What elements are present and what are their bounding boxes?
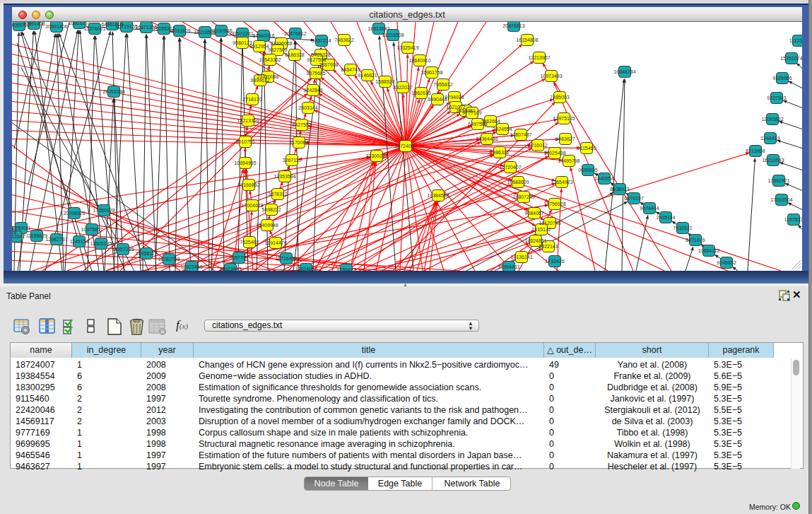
- svg-text:19384554: 19384554: [427, 193, 449, 198]
- svg-text:13654923: 13654923: [551, 180, 572, 185]
- svg-text:9827503: 9827503: [268, 47, 287, 52]
- svg-text:10654985: 10654985: [234, 160, 256, 165]
- svg-text:15720407: 15720407: [499, 165, 521, 170]
- svg-text:1167533: 1167533: [784, 217, 802, 222]
- svg-text:93572241: 93572241: [231, 31, 253, 36]
- svg-text:9329966: 9329966: [772, 76, 792, 81]
- svg-text:2803144: 2803144: [298, 105, 317, 110]
- svg-text:15751074: 15751074: [780, 56, 802, 61]
- svg-text:20876813: 20876813: [502, 23, 524, 28]
- svg-text:7463822: 7463822: [334, 37, 353, 42]
- svg-text:7955812: 7955812: [433, 82, 452, 87]
- svg-text:15409948: 15409948: [256, 223, 278, 228]
- svg-text:14136141: 14136141: [510, 255, 532, 259]
- svg-text:14495798: 14495798: [558, 158, 579, 163]
- svg-text:17004678: 17004678: [241, 203, 263, 208]
- svg-text:12923468: 12923468: [180, 264, 202, 269]
- svg-text:0699695: 0699695: [578, 168, 597, 173]
- svg-text:19166852: 19166852: [237, 182, 259, 187]
- svg-text:12353594: 12353594: [273, 174, 295, 179]
- svg-text:1440954: 1440954: [594, 176, 613, 181]
- svg-text:18640910: 18640910: [408, 58, 430, 63]
- svg-text:18313542: 18313542: [367, 26, 389, 31]
- svg-text:88130546: 88130546: [210, 28, 232, 33]
- svg-text:9913547: 9913547: [12, 234, 25, 239]
- svg-text:11156829: 11156829: [26, 233, 47, 238]
- svg-text:15716485: 15716485: [275, 256, 297, 261]
- svg-text:16033809: 16033809: [168, 28, 190, 33]
- svg-text:6216012: 6216012: [528, 143, 547, 148]
- svg-text:9084067: 9084067: [524, 211, 543, 216]
- svg-text:10025438: 10025438: [543, 151, 565, 156]
- svg-text:10853267: 10853267: [68, 22, 90, 25]
- svg-text:10958117: 10958117: [136, 251, 158, 256]
- svg-text:20206526: 20206526: [63, 211, 85, 216]
- svg-text:10688609: 10688609: [507, 180, 529, 185]
- svg-text:12975135: 12975135: [553, 116, 575, 121]
- svg-text:8938923: 8938923: [610, 187, 629, 192]
- svg-text:28053346: 28053346: [102, 89, 124, 94]
- svg-text:1615132: 1615132: [531, 227, 551, 232]
- svg-text:12505135: 12505135: [90, 241, 112, 246]
- svg-text:14524851: 14524851: [524, 238, 546, 243]
- svg-text:2718170: 2718170: [242, 97, 261, 102]
- svg-text:21364436: 21364436: [476, 136, 498, 141]
- svg-text:5461328: 5461328: [311, 52, 330, 57]
- svg-text:15276021: 15276021: [83, 26, 105, 31]
- svg-text:1112543: 1112543: [789, 38, 802, 43]
- svg-text:2935114: 2935114: [657, 215, 676, 220]
- svg-text:16782759: 16782759: [158, 257, 180, 262]
- svg-text:18724007: 18724007: [394, 144, 416, 148]
- svg-text:1733426: 1733426: [545, 259, 564, 264]
- svg-text:7986322: 7986322: [490, 150, 509, 155]
- svg-text:7485003: 7485003: [550, 95, 569, 100]
- svg-text:17957225: 17957225: [112, 247, 134, 252]
- svg-text:9245652: 9245652: [717, 260, 736, 265]
- svg-text:8427552: 8427552: [292, 122, 311, 127]
- svg-text:20691406: 20691406: [45, 24, 67, 29]
- svg-text:12942737: 12942737: [45, 237, 67, 242]
- svg-text:15756928: 15756928: [543, 201, 565, 206]
- svg-text:1145134: 1145134: [70, 239, 89, 244]
- svg-text:9146821: 9146821: [358, 73, 377, 78]
- svg-text:1588520: 1588520: [375, 79, 394, 84]
- svg-text:8322037: 8322037: [393, 85, 412, 90]
- svg-text:18807249: 18807249: [512, 194, 534, 199]
- svg-text:3878312: 3878312: [268, 192, 287, 197]
- svg-text:9674444: 9674444: [640, 206, 659, 211]
- svg-text:16120746: 16120746: [539, 221, 560, 226]
- svg-text:8186328: 8186328: [285, 52, 304, 57]
- svg-text:12213369: 12213369: [237, 118, 259, 123]
- svg-text:10975857: 10975857: [81, 227, 102, 232]
- svg-text:3267110: 3267110: [283, 158, 302, 163]
- svg-text:12213967: 12213967: [528, 55, 550, 60]
- svg-text:7632621: 7632621: [673, 226, 692, 230]
- svg-text:19218508: 19218508: [382, 33, 404, 37]
- svg-text:3624554: 3624554: [493, 127, 512, 132]
- svg-text:1244419: 1244419: [760, 136, 779, 141]
- svg-text:16914479: 16914479: [264, 240, 286, 245]
- svg-text:20876812: 20876812: [284, 31, 306, 36]
- svg-text:5498222: 5498222: [261, 207, 281, 212]
- svg-text:10994431: 10994431: [498, 264, 519, 269]
- svg-text:20591408: 20591408: [23, 22, 45, 26]
- svg-text:9463627: 9463627: [555, 136, 575, 141]
- svg-text:8213958: 8213958: [746, 148, 765, 153]
- svg-text:10654112: 10654112: [698, 248, 720, 253]
- svg-text:6879197: 6879197: [624, 196, 643, 201]
- svg-text:9899612: 9899612: [250, 78, 269, 83]
- svg-text:10973493: 10973493: [540, 74, 562, 78]
- svg-text:1362615: 1362615: [411, 90, 430, 95]
- svg-text:10807487: 10807487: [510, 132, 531, 137]
- svg-text:10543362: 10543362: [259, 57, 281, 62]
- svg-text:3675685: 3675685: [306, 71, 325, 76]
- svg-text:9657791: 9657791: [229, 255, 248, 260]
- svg-text:9115460: 9115460: [577, 146, 596, 151]
- svg-text:1170084: 1170084: [290, 140, 309, 145]
- svg-text:84540916: 84540916: [252, 33, 274, 38]
- svg-text:17359928: 17359928: [93, 208, 114, 213]
- svg-text:10719155: 10719155: [115, 24, 137, 29]
- svg-text:8454749: 8454749: [341, 67, 360, 72]
- svg-text:2522143: 2522143: [539, 244, 558, 249]
- svg-text:9794028: 9794028: [445, 95, 464, 100]
